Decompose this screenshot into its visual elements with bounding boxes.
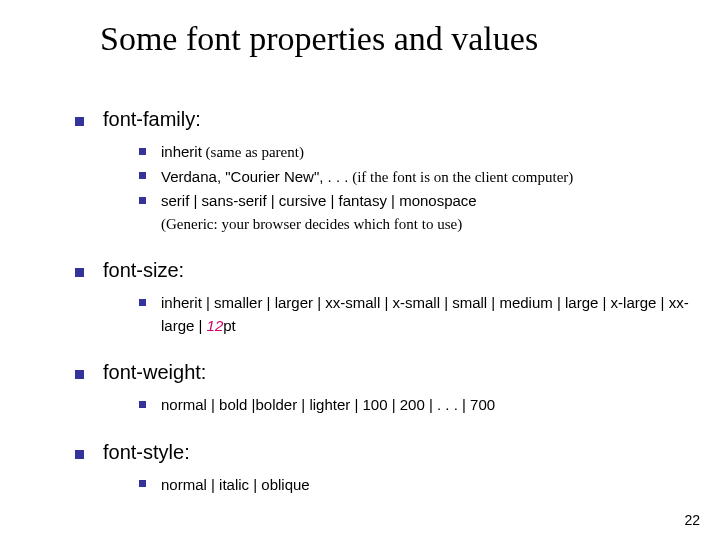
item-code: serif | sans-serif | cursive | fantasy |… <box>161 192 477 209</box>
section-font-size: font-size: inherit | smaller | larger | … <box>75 259 690 337</box>
section-font-weight: font-weight: normal | bold |bolder | lig… <box>75 361 690 417</box>
list-item: inherit (same as parent) <box>139 141 690 164</box>
sub-list: normal | bold |bolder | lighter | 100 | … <box>139 394 690 417</box>
list-item: normal | bold |bolder | lighter | 100 | … <box>139 394 690 417</box>
item-note: (same as parent) <box>202 144 304 160</box>
bullet-icon <box>139 480 146 487</box>
bullet-icon <box>139 197 146 204</box>
bullet-icon <box>139 148 146 155</box>
item-code: normal | bold |bolder | lighter | 100 | … <box>161 396 495 413</box>
section-heading: font-size: <box>103 259 184 281</box>
sub-list: inherit (same as parent) Verdana, "Couri… <box>139 141 690 235</box>
bullet-icon <box>139 299 146 306</box>
item-number: 12 <box>207 317 224 334</box>
bullet-icon <box>139 401 146 408</box>
slide: Some font properties and values font-fam… <box>0 0 720 540</box>
item-note-below: (Generic: your browser decides which fon… <box>161 216 462 232</box>
item-code: inherit | smaller | larger | xx-small | … <box>161 294 689 334</box>
list-item: inherit | smaller | larger | xx-small | … <box>139 292 690 337</box>
page-number: 22 <box>684 512 700 528</box>
section-heading: font-weight: <box>103 361 206 383</box>
bullet-icon <box>139 172 146 179</box>
section-font-family: font-family: inherit (same as parent) Ve… <box>75 108 690 235</box>
section-heading: font-family: <box>103 108 201 130</box>
bullet-icon <box>75 370 84 379</box>
sub-list: normal | italic | oblique <box>139 474 690 497</box>
item-code-post: pt <box>223 317 236 334</box>
item-code: Verdana, "Courier New", . . . <box>161 168 348 185</box>
item-code: normal | italic | oblique <box>161 476 310 493</box>
list-item: normal | italic | oblique <box>139 474 690 497</box>
item-note: (if the font is on the client computer) <box>348 169 573 185</box>
section-heading: font-style: <box>103 441 190 463</box>
list-item: serif | sans-serif | cursive | fantasy |… <box>139 190 690 235</box>
item-code: inherit <box>161 143 202 160</box>
list-item: Verdana, "Courier New", . . . (if the fo… <box>139 166 690 189</box>
bullet-icon <box>75 450 84 459</box>
sub-list: inherit | smaller | larger | xx-small | … <box>139 292 690 337</box>
slide-title: Some font properties and values <box>100 20 690 58</box>
section-font-style: font-style: normal | italic | oblique <box>75 441 690 497</box>
bullet-icon <box>75 117 84 126</box>
bullet-icon <box>75 268 84 277</box>
content-list: font-family: inherit (same as parent) Ve… <box>75 108 690 496</box>
